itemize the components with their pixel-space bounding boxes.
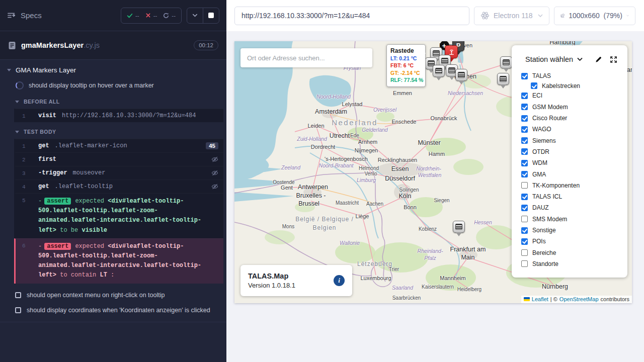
command-row[interactable]: 3-triggermouseover [14,166,223,179]
checkbox[interactable] [521,104,528,110]
chevron-down-icon[interactable] [577,57,583,61]
station-marker[interactable] [497,73,509,85]
test-title: should display coordinates when 'Koordin… [27,307,210,314]
viewport-select[interactable]: 1000x660 (79%) [554,7,635,25]
layer-checkbox-row[interactable]: WAGO [521,124,627,135]
checkbox[interactable] [521,249,528,256]
edit-button[interactable] [595,56,602,63]
checkbox[interactable] [521,160,528,166]
pending-icon [15,292,21,298]
layer-checkbox-row[interactable]: Standorte [521,258,627,269]
layer-checkbox-row[interactable]: Siemens [521,135,627,146]
station-marker[interactable] [500,56,512,68]
expand-button[interactable] [610,56,617,63]
running-spinner-icon [16,81,24,89]
suite-title: GMA Markers Layer [16,66,76,74]
command-args: mouseover [73,169,106,176]
command-row[interactable]: 1get.leaflet-marker-icon45 [14,139,223,152]
command-args: .leaflet-tooltip [55,183,113,190]
checkbox[interactable] [521,93,528,99]
checkbox[interactable] [521,126,528,133]
station-icon [455,224,462,230]
refresh-icon [163,13,169,19]
checkbox[interactable] [531,82,537,89]
pending-test-row[interactable]: should open context menu on right-click … [0,288,226,303]
checkbox[interactable] [521,182,528,189]
layer-checkbox-row[interactable]: Kabelstrecken [521,81,627,90]
checkbox[interactable] [521,73,528,79]
version-box: TALAS.Map Version 1.0.18.1 i [240,265,352,296]
browser-select[interactable]: Electron 118 [474,7,549,25]
layer-checkbox-row[interactable]: Cisco Router [521,113,627,124]
checkbox[interactable] [521,115,528,122]
layer-checkbox-row[interactable]: GMA [521,168,627,179]
command-row[interactable]: 2first [14,152,223,166]
spec-row[interactable]: gmaMarkersLayer.cy.js 00:12 [0,31,226,60]
checkbox[interactable] [521,194,528,200]
main-pane: Electron 118 1000x660 (79%) [226,0,644,362]
command-row[interactable]: 6-assertexpected <div#leaflet-tooltip-50… [14,238,223,284]
checkbox-label: Standorte [532,260,558,267]
leaflet-link[interactable]: Leaflet [532,296,548,302]
element-count-badge: 45 [206,142,218,149]
checkbox[interactable] [521,260,528,267]
marker-tooltip[interactable]: Rastede LT: 0.21 °CFBT: 6 °CGT: -2.14 °C… [386,44,426,87]
checkbox-label: Siemens [532,137,556,144]
layer-checkbox-row[interactable]: DAUZ [521,202,627,213]
checkbox[interactable] [521,238,528,245]
test-title: should display tooltip on hover over a m… [29,82,154,89]
station-marker[interactable] [433,65,445,77]
check-icon [127,13,133,19]
station-icon [435,68,442,74]
layer-checkbox-row[interactable]: SMS Modem [521,214,627,225]
layer-checkbox-row[interactable]: TALAS ICL [521,191,627,202]
station-marker[interactable] [453,221,465,233]
active-test-row[interactable]: should display tooltip on hover over a m… [0,77,226,94]
layer-checkbox-row[interactable]: GSM Modem [521,102,627,113]
specs-list-icon[interactable] [7,11,16,20]
before-all-section[interactable]: BEFORE ALL [0,94,226,108]
test-area: GMA Markers Layer should display tooltip… [0,60,226,362]
checkbox-label: TALAS ICL [532,193,562,200]
command-row[interactable]: 5-assertexpected <div#leaflet-tooltip-50… [14,193,223,238]
layer-checkbox-row[interactable]: WDM [521,157,627,168]
station-marker[interactable] [455,69,467,81]
stat-failed: -- [145,13,157,19]
test-body-section[interactable]: TEST BODY [0,124,226,138]
checkbox-label: DAUZ [532,204,549,211]
layer-checkbox-row[interactable]: TK-Komponenten [521,180,627,191]
layer-checkbox-row[interactable]: TALAS [521,70,627,81]
layer-checkbox-row[interactable]: OTDR [521,146,627,157]
checkbox[interactable] [521,148,528,155]
checkbox[interactable] [521,171,528,177]
osm-link[interactable]: OpenStreetMap [559,296,599,302]
layer-checkbox-row[interactable]: Sonstige [521,225,627,236]
checkbox[interactable] [521,227,528,234]
command-row[interactable]: 1visithttp://192.168.10.33:3000/?m=12&u=… [14,109,223,122]
checkbox[interactable] [521,216,528,222]
station-panel-header: Station wählen [512,55,627,63]
leaflet-map[interactable]: HamburgBremerhavenBremenNiedersachsenHan… [234,41,632,303]
expand-icon [610,56,617,63]
app-title: TALAS.Map [248,272,295,280]
invisible-icon [211,169,218,176]
info-icon[interactable]: i [334,275,345,286]
layer-checkbox-row[interactable]: ECI [521,90,627,101]
checkbox[interactable] [521,137,528,144]
station-select-label[interactable]: Station wählen [525,55,573,63]
layer-checkbox-row[interactable]: POIs [521,236,627,247]
search-input[interactable] [240,48,372,67]
chevron-down-icon [15,131,19,133]
stop-button[interactable] [203,8,219,23]
checkbox[interactable] [521,205,528,211]
command-row[interactable]: 4get.leaflet-tooltip [14,179,223,193]
suite-row[interactable]: GMA Markers Layer [0,60,226,77]
pending-test-row[interactable]: should display coordinates when 'Koordin… [0,303,226,318]
checkbox-label: WDM [532,159,547,166]
command-args: .leaflet-marker-icon [55,142,127,149]
layer-checkbox-row[interactable]: Bereiche [521,247,627,258]
stat-passed: -- [127,13,139,19]
collapse-button[interactable] [187,8,203,23]
url-input[interactable] [234,7,469,25]
app: Specs -- -- -- [0,0,644,362]
